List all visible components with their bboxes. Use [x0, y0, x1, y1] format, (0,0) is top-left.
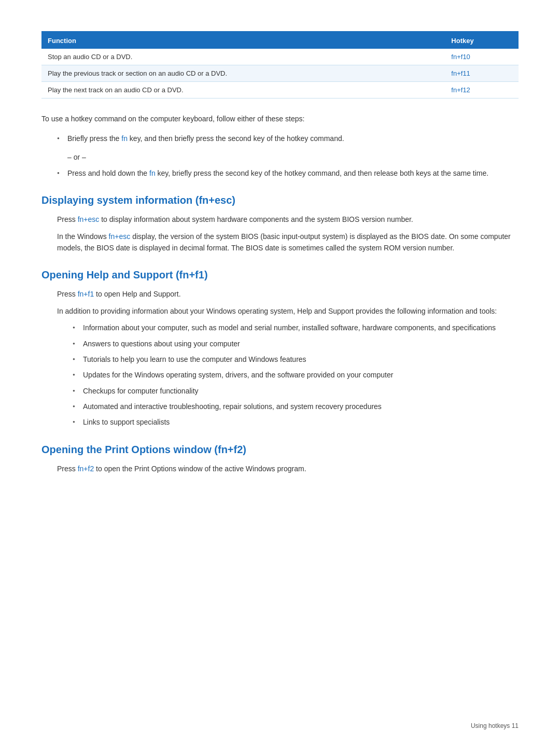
section2-bullet-list: Information about your computer, such as… [73, 322, 519, 428]
column-header-hotkey: Hotkey [445, 33, 519, 49]
table-cell-function: Stop an audio CD or a DVD. [41, 49, 445, 65]
intro-bullet1-suffix: key, and then briefly press the second k… [128, 134, 344, 143]
section1-para2: In the Windows fn+esc display, the versi… [57, 231, 519, 254]
section3-heading: Opening the Print Options window (fn+f2) [41, 444, 519, 456]
section2-para1: Press fn+f1 to open Help and Support. [57, 288, 519, 300]
intro-text: To use a hotkey command on the computer … [41, 113, 519, 124]
list-item: Answers to questions about using your co… [73, 338, 519, 349]
intro-bullet-2: Press and hold down the fn key, briefly … [57, 167, 519, 179]
section2-para1-suffix: to open Help and Support. [94, 290, 180, 298]
section1-body: Press fn+esc to display information abou… [57, 214, 519, 254]
fn-link-2: fn [149, 169, 156, 177]
hotkey-table: Function Hotkey Stop an audio CD or a DV… [41, 31, 519, 99]
section2-para1-prefix: Press [57, 290, 78, 298]
section2-para2: In addition to providing information abo… [57, 305, 519, 317]
table-cell-hotkey: fn+f11 [445, 65, 519, 82]
intro-bullet-list: Briefly press the fn key, and then brief… [57, 133, 519, 144]
list-item: Updates for the Windows operating system… [73, 369, 519, 381]
table-cell-function: Play the previous track or section on an… [41, 65, 445, 82]
intro-bullet2-suffix: key, briefly press the second key of the… [156, 169, 489, 177]
fn-esc-link-1: fn+esc [78, 215, 100, 223]
list-item: Information about your computer, such as… [73, 322, 519, 333]
list-item: Tutorials to help you learn to use the c… [73, 354, 519, 365]
section2-body: Press fn+f1 to open Help and Support. In… [57, 288, 519, 428]
fn-f2-link: fn+f2 [78, 465, 94, 473]
section1-para2-prefix: In the Windows [57, 232, 109, 241]
section1-para1-suffix: to display information about system hard… [99, 215, 413, 223]
table-row: Play the previous track or section on an… [41, 65, 519, 82]
fn-link-1: fn [121, 134, 128, 143]
or-separator: – or – [67, 153, 519, 161]
table-cell-function: Play the next track on an audio CD or a … [41, 82, 445, 99]
fn-esc-link-2: fn+esc [109, 232, 131, 241]
section1-para1: Press fn+esc to display information abou… [57, 214, 519, 225]
page-footer: Using hotkeys 11 [471, 722, 519, 729]
section3-body: Press fn+f2 to open the Print Options wi… [57, 463, 519, 474]
intro-bullet2-prefix: Press and hold down the [67, 169, 149, 177]
table-cell-hotkey: fn+f10 [445, 49, 519, 65]
list-item: Links to support specialists [73, 416, 519, 428]
table-header-row: Function Hotkey [41, 33, 519, 49]
section3-para1: Press fn+f2 to open the Print Options wi… [57, 463, 519, 474]
section3-para1-suffix: to open the Print Options window of the … [94, 465, 306, 473]
list-item: Automated and interactive troubleshootin… [73, 401, 519, 412]
intro-bullet1-prefix: Briefly press the [67, 134, 121, 143]
list-item: Checkups for computer functionality [73, 385, 519, 397]
table-cell-hotkey: fn+f12 [445, 82, 519, 99]
table-row: Stop an audio CD or a DVD.fn+f10 [41, 49, 519, 65]
table-row: Play the next track on an audio CD or a … [41, 82, 519, 99]
intro-bullet-list-2: Press and hold down the fn key, briefly … [57, 167, 519, 179]
section3-para1-prefix: Press [57, 465, 78, 473]
fn-f1-link: fn+f1 [78, 290, 94, 298]
section1-heading: Displaying system information (fn+esc) [41, 194, 519, 206]
section2-heading: Opening Help and Support (fn+f1) [41, 269, 519, 281]
column-header-function: Function [41, 33, 445, 49]
intro-bullet-1: Briefly press the fn key, and then brief… [57, 133, 519, 144]
section1-para1-prefix: Press [57, 215, 78, 223]
